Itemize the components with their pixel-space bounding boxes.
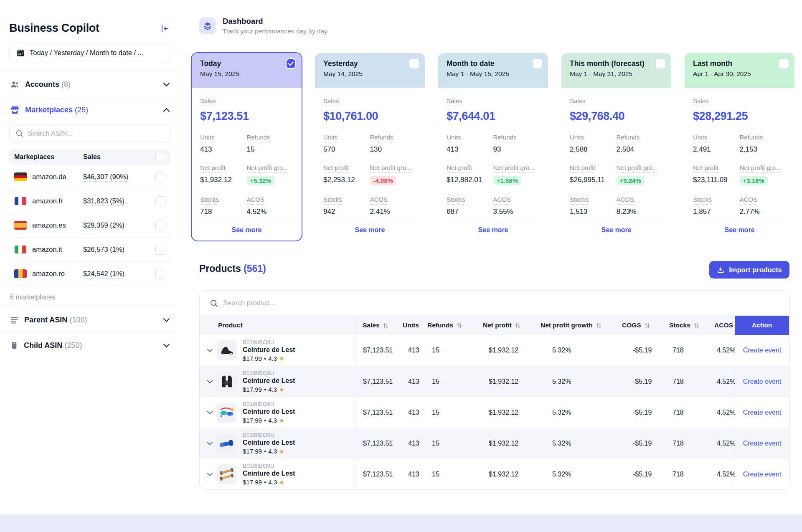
products-column-header[interactable]: Net profit growth xyxy=(535,316,612,335)
parent-asin-label: Parent ASIN xyxy=(24,316,67,324)
product-cogs-cell: -$5.19 xyxy=(612,335,664,366)
metric-card[interactable]: This month (forecast) May 1 - May 31, 20… xyxy=(561,52,672,241)
expand-row-chevron-icon[interactable] xyxy=(207,473,213,476)
net-profit-growth-label: Net profit gro... xyxy=(247,164,288,173)
product-asin: B019IIBO9U xyxy=(243,370,295,376)
product-row[interactable]: B019IIBO9U Ceinture de Lest $17.99 • 4.3… xyxy=(200,366,789,397)
metric-card[interactable]: Today May 15, 2025 Sales $7,123.51 Units… xyxy=(191,52,302,241)
sales-label: Sales xyxy=(570,97,586,106)
star-icon: ★ xyxy=(279,448,284,455)
product-cogs-value: -$5.19 xyxy=(633,409,652,416)
product-units-cell: 413 xyxy=(401,397,424,428)
marketplace-row[interactable]: amazon.it $26,573 (1%) xyxy=(9,238,170,262)
net-profit-label: Net profit xyxy=(323,164,349,173)
create-event-link[interactable]: Create event xyxy=(743,378,782,385)
metric-card-header: Yesterday May 14, 2025 xyxy=(315,53,425,88)
products-column-header[interactable]: Refunds xyxy=(424,316,472,335)
marketplace-checkbox[interactable] xyxy=(155,245,165,255)
create-event-link[interactable]: Create event xyxy=(743,409,782,416)
sort-icon[interactable] xyxy=(383,322,389,329)
metric-card[interactable]: Last month Apr 1 - Apr 30, 2025 Sales $2… xyxy=(684,52,795,241)
see-more-link[interactable]: See more xyxy=(355,226,385,233)
import-products-button[interactable]: Import products xyxy=(709,261,789,279)
card-acos-value: 2.77% xyxy=(740,208,787,216)
product-row[interactable]: B019IIBO9U Ceinture de Lest $17.99 • 4.3… xyxy=(200,335,789,366)
sidebar-item-accounts[interactable]: Accounts (8) xyxy=(0,72,180,97)
see-more-link[interactable]: See more xyxy=(724,226,754,233)
collapse-sidebar-icon[interactable] xyxy=(160,23,170,33)
card-date: May 14, 2025 xyxy=(323,70,416,78)
products-column-header[interactable]: COGS xyxy=(612,316,664,335)
sort-icon[interactable] xyxy=(644,322,650,329)
product-row[interactable]: B019IIBO9U Ceinture de Lest $17.99 • 4.3… xyxy=(200,428,789,459)
marketplace-row[interactable]: amazon.es $29,359 (2%) xyxy=(9,213,170,238)
product-row[interactable]: B019IIBO9U Ceinture de Lest $17.99 • 4.3… xyxy=(200,397,789,428)
marketplaces-icon xyxy=(10,105,20,115)
card-checkbox[interactable] xyxy=(532,58,543,69)
products-column-header[interactable]: Stocks xyxy=(664,316,706,335)
expand-row-chevron-icon[interactable] xyxy=(207,442,213,445)
card-title: Yesterday xyxy=(323,59,416,68)
product-search-input[interactable] xyxy=(223,299,779,307)
sidebar-item-marketplaces[interactable]: Marketplaces (25) xyxy=(0,97,180,122)
marketplace-row[interactable]: amazon.fr $31,823 (5%) xyxy=(9,189,170,213)
marketplace-checkbox[interactable] xyxy=(155,220,165,231)
expand-row-chevron-icon[interactable] xyxy=(207,411,213,414)
expand-row-chevron-icon[interactable] xyxy=(207,349,213,352)
column-label: Net profit xyxy=(483,322,512,329)
products-column-header[interactable]: ACOS xyxy=(706,316,735,335)
expand-row-chevron-icon[interactable] xyxy=(207,380,213,383)
card-checkbox[interactable] xyxy=(779,58,789,69)
chevron-up-icon[interactable] xyxy=(163,108,170,112)
card-stocks-value: 687 xyxy=(447,208,493,216)
sort-icon[interactable] xyxy=(596,322,602,329)
create-event-link[interactable]: Create event xyxy=(743,440,782,447)
sort-icon[interactable] xyxy=(515,322,521,329)
chevron-down-icon[interactable] xyxy=(163,318,170,322)
create-event-link[interactable]: Create event xyxy=(743,471,782,478)
product-refunds-cell: 15 xyxy=(424,428,472,459)
product-acos-cell: 4.52% xyxy=(706,335,735,366)
see-more-link[interactable]: See more xyxy=(601,226,631,233)
card-checkbox[interactable] xyxy=(286,58,296,69)
card-checkbox[interactable] xyxy=(409,58,419,69)
select-all-checkbox[interactable] xyxy=(155,152,165,162)
marketplace-checkbox[interactable] xyxy=(155,172,165,182)
card-checkbox[interactable] xyxy=(655,58,666,69)
marketplace-checkbox[interactable] xyxy=(155,196,165,206)
chevron-down-icon[interactable] xyxy=(163,344,170,347)
see-more-link[interactable]: See more xyxy=(231,226,261,233)
accounts-label: Accounts xyxy=(25,80,59,89)
sidebar-item-parent-asin[interactable]: Parent ASIN (100) xyxy=(0,307,180,332)
product-thumbnail-flashlight xyxy=(217,433,237,453)
create-event-link[interactable]: Create event xyxy=(743,347,782,354)
sidebar: Business Copilot Today / Yesterday / Mon… xyxy=(0,0,180,532)
product-acos-value: 4.52% xyxy=(717,440,735,447)
dot-separator: • xyxy=(264,479,266,486)
product-thumbnail-sneaker xyxy=(217,340,237,360)
product-rating: 4.3 xyxy=(268,386,277,393)
units-label: Units xyxy=(200,134,214,142)
sort-icon[interactable] xyxy=(456,322,462,329)
product-acos-cell: 4.52% xyxy=(706,366,735,397)
see-more-link[interactable]: See more xyxy=(478,226,508,233)
chevron-down-icon[interactable] xyxy=(163,83,170,86)
products-column-header[interactable]: Net profit xyxy=(472,316,535,335)
asin-search-input[interactable] xyxy=(28,129,164,137)
product-name: Ceinture de Lest xyxy=(243,346,295,354)
product-net-profit-growth-value: 5.32% xyxy=(552,471,571,478)
metric-card[interactable]: Yesterday May 14, 2025 Sales $10,761.00 … xyxy=(314,52,426,241)
date-range-selector[interactable]: Today / Yesterday / Month to date / ... xyxy=(9,43,170,62)
marketplace-row[interactable]: amazon.de $46,307 (90%) xyxy=(9,165,170,189)
product-row[interactable]: B019IIBO9U Ceinture de Lest $17.99 • 4.3… xyxy=(200,459,789,489)
sort-icon[interactable] xyxy=(693,322,700,329)
product-price: $17.99 xyxy=(243,479,262,486)
metric-card[interactable]: Month to date May 1 - May 15, 2025 Sales… xyxy=(437,52,549,241)
products-column-header[interactable]: Units xyxy=(401,316,424,335)
star-icon: ★ xyxy=(279,479,284,486)
products-column-header[interactable]: Sales xyxy=(356,316,401,335)
net-profit-growth-label: Net profit gro... xyxy=(370,164,411,173)
marketplace-row[interactable]: amazon.ro $24,542 (1%) xyxy=(9,262,170,286)
sidebar-item-child-asin[interactable]: Child ASIN (250) xyxy=(0,333,180,358)
marketplace-checkbox[interactable] xyxy=(155,269,165,279)
